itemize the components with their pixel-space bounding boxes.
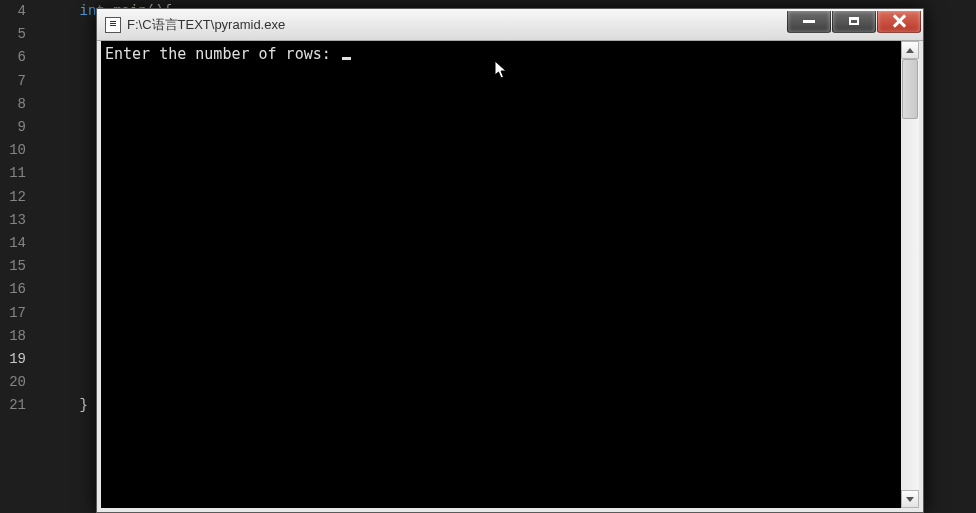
line-number: 12 — [0, 186, 26, 209]
window-controls — [787, 11, 921, 33]
window-title: F:\C语言TEXT\pyramid.exe — [127, 16, 787, 34]
maximize-button[interactable] — [832, 11, 876, 33]
minimize-icon — [803, 20, 815, 23]
chevron-down-icon — [906, 497, 914, 502]
line-number: 8 — [0, 93, 26, 116]
titlebar[interactable]: F:\C语言TEXT\pyramid.exe — [97, 9, 923, 41]
minimize-button[interactable] — [787, 11, 831, 33]
line-number-gutter: 456789101112131415161718192021 — [0, 0, 36, 513]
line-number: 20 — [0, 371, 26, 394]
scroll-down-button[interactable] — [901, 490, 919, 508]
text-cursor — [342, 57, 351, 60]
line-number: 13 — [0, 209, 26, 232]
line-number: 17 — [0, 302, 26, 325]
app-icon — [105, 17, 121, 33]
line-number: 5 — [0, 23, 26, 46]
line-number: 16 — [0, 278, 26, 301]
console-window: F:\C语言TEXT\pyramid.exe Enter the number … — [96, 8, 924, 513]
line-number: 6 — [0, 46, 26, 69]
line-number: 18 — [0, 325, 26, 348]
prompt-text: Enter the number of rows: — [105, 45, 340, 63]
line-number: 14 — [0, 232, 26, 255]
scroll-up-button[interactable] — [901, 41, 919, 59]
line-number: 4 — [0, 0, 26, 23]
line-number: 15 — [0, 255, 26, 278]
line-number: 7 — [0, 70, 26, 93]
vertical-scrollbar[interactable] — [901, 41, 919, 508]
console-output[interactable]: Enter the number of rows: — [101, 41, 901, 508]
line-number: 10 — [0, 139, 26, 162]
scroll-track[interactable] — [901, 59, 919, 490]
chevron-up-icon — [906, 48, 914, 53]
console-client-area: Enter the number of rows: — [101, 41, 919, 508]
line-number: 21 — [0, 394, 26, 417]
close-icon — [892, 14, 906, 28]
line-number: 9 — [0, 116, 26, 139]
scroll-thumb[interactable] — [902, 59, 918, 119]
maximize-icon — [849, 17, 859, 25]
line-number: 19 — [0, 348, 26, 371]
close-button[interactable] — [877, 11, 921, 33]
line-number: 11 — [0, 162, 26, 185]
